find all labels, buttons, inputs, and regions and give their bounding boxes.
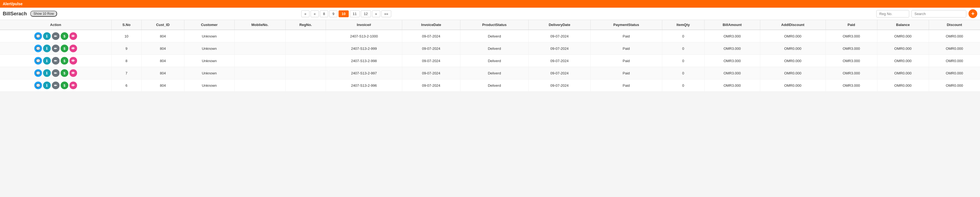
col-billamount: BillAmount <box>704 20 760 30</box>
eye-button[interactable]: 👁 <box>69 69 77 77</box>
info-button[interactable]: ℹ <box>43 32 51 40</box>
col-discount: Discount <box>929 20 980 30</box>
col-balance: Balance <box>877 20 929 30</box>
cell-billamount: OMR3.000 <box>704 79 760 91</box>
chat-button[interactable]: 💬 <box>34 69 42 77</box>
eye-button[interactable]: 👁 <box>69 57 77 65</box>
cell-paymentstatus: Paid <box>590 79 662 91</box>
page-12-button[interactable]: 12 <box>361 10 371 17</box>
cell-invoice: 2407-S13-2-999 <box>326 43 402 55</box>
info-button[interactable]: ℹ <box>43 82 51 89</box>
cell-paid: OMR3.000 <box>826 55 877 67</box>
cell-regno <box>285 43 326 55</box>
search-input[interactable] <box>912 10 966 17</box>
cell-customer: Unknown <box>184 43 234 55</box>
cell-billamount: OMR3.000 <box>704 67 760 79</box>
top-bar: Alert/pulse <box>0 0 980 8</box>
chat-button[interactable]: 💬 <box>34 44 42 52</box>
cell-discount: OMR0.000 <box>929 79 980 91</box>
col-invoice: Invoice# <box>326 20 402 30</box>
eye-button[interactable]: 👁 <box>69 82 77 89</box>
page-11-button[interactable]: 11 <box>350 10 360 17</box>
cell-discount: OMR0.000 <box>929 30 980 43</box>
page-next-button[interactable]: » <box>372 10 380 17</box>
cell-custid: 804 <box>142 67 185 79</box>
cell-deliverydate: 09-07-2024 <box>529 30 590 43</box>
chat-button[interactable]: 💬 <box>34 57 42 65</box>
table-row: 💬 ℹ ✏ $ 👁 8804Unknown2407-S13-2-99809-07… <box>0 55 980 67</box>
info-button[interactable]: ℹ <box>43 69 51 77</box>
col-mobileno: MoblieNo. <box>234 20 285 30</box>
page-10-button[interactable]: 10 <box>339 10 348 17</box>
col-invoicedate: InvoiceDate <box>402 20 460 30</box>
eye-button[interactable]: 👁 <box>69 32 77 40</box>
action-cell: 💬 ℹ ✏ $ 👁 <box>0 55 111 67</box>
cell-balance: OMR0.000 <box>877 67 929 79</box>
dollar-button[interactable]: $ <box>60 57 68 65</box>
dollar-button[interactable]: $ <box>60 82 68 89</box>
eye-button[interactable]: 👁 <box>69 44 77 52</box>
action-icons: 💬 ℹ ✏ $ 👁 <box>2 44 109 52</box>
cell-invoice: 2407-S13-2-996 <box>326 79 402 91</box>
col-addldiscount: AddlDiscount <box>760 20 826 30</box>
action-cell: 💬 ℹ ✏ $ 👁 <box>0 79 111 91</box>
cell-paid: OMR3.000 <box>826 43 877 55</box>
show-row-button[interactable]: Show 10 Row <box>30 11 57 17</box>
reg-no-input[interactable] <box>876 10 909 17</box>
table-row: 💬 ℹ ✏ $ 👁 6804Unknown2407-S13-2-99609-07… <box>0 79 980 91</box>
dollar-button[interactable]: $ <box>60 44 68 52</box>
page-prev-button[interactable]: « <box>310 10 319 17</box>
info-button[interactable]: ℹ <box>43 44 51 52</box>
cell-invoicedate: 09-07-2024 <box>402 67 460 79</box>
edit-button[interactable]: ✏ <box>52 57 59 65</box>
edit-button[interactable]: ✏ <box>52 44 59 52</box>
dollar-button[interactable]: $ <box>60 32 68 40</box>
table-row: 💬 ℹ ✏ $ 👁 10804Unknown2407-S13-2-100009-… <box>0 30 980 43</box>
page-first-button[interactable]: « <box>301 10 309 17</box>
cell-addldiscount: OMR0.000 <box>760 43 826 55</box>
cell-balance: OMR0.000 <box>877 79 929 91</box>
cell-deliverydate: 09-07-2024 <box>529 79 590 91</box>
cell-paymentstatus: Paid <box>590 55 662 67</box>
cell-productstatus: Deliverd <box>460 55 528 67</box>
info-button[interactable]: ℹ <box>43 57 51 65</box>
action-icons: 💬 ℹ ✏ $ 👁 <box>2 57 109 65</box>
page-8-button[interactable]: 8 <box>320 10 328 17</box>
chat-button[interactable]: 💬 <box>34 82 42 89</box>
cell-balance: OMR0.000 <box>877 55 929 67</box>
chat-button[interactable]: 💬 <box>34 32 42 40</box>
action-icons: 💬 ℹ ✏ $ 👁 <box>2 82 109 89</box>
cell-sno: 6 <box>111 79 142 91</box>
cell-mobileno <box>234 30 285 43</box>
cell-invoicedate: 09-07-2024 <box>402 55 460 67</box>
action-cell: 💬 ℹ ✏ $ 👁 <box>0 67 111 79</box>
edit-button[interactable]: ✏ <box>52 82 59 89</box>
edit-button[interactable]: ✏ <box>52 32 59 40</box>
page-last-button[interactable]: »» <box>381 10 391 17</box>
cell-invoicedate: 09-07-2024 <box>402 43 460 55</box>
cell-billamount: OMR3.000 <box>704 30 760 43</box>
cell-paymentstatus: Paid <box>590 43 662 55</box>
col-productstatus: ProductStatus <box>460 20 528 30</box>
cell-addldiscount: OMR0.000 <box>760 30 826 43</box>
action-icons: 💬 ℹ ✏ $ 👁 <box>2 69 109 77</box>
col-custid: Cust_ID <box>142 20 185 30</box>
edit-button[interactable]: ✏ <box>52 69 59 77</box>
search-area: + <box>876 9 977 18</box>
cell-itemqty: 0 <box>662 67 704 79</box>
col-paymentstatus: PaymentStatus <box>590 20 662 30</box>
cell-itemqty: 0 <box>662 79 704 91</box>
app-title: BillSerach <box>3 11 27 17</box>
cell-regno <box>285 67 326 79</box>
cell-productstatus: Deliverd <box>460 43 528 55</box>
col-sno: S.No <box>111 20 142 30</box>
cell-itemqty: 0 <box>662 55 704 67</box>
cell-invoicedate: 09-07-2024 <box>402 30 460 43</box>
cell-addldiscount: OMR0.000 <box>760 79 826 91</box>
add-button[interactable]: + <box>969 9 977 18</box>
toolbar: BillSerach Show 10 Row « « 8 9 10 11 12 … <box>0 8 980 20</box>
page-9-button[interactable]: 9 <box>329 10 337 17</box>
cell-sno: 10 <box>111 30 142 43</box>
action-icons: 💬 ℹ ✏ $ 👁 <box>2 32 109 40</box>
dollar-button[interactable]: $ <box>60 69 68 77</box>
